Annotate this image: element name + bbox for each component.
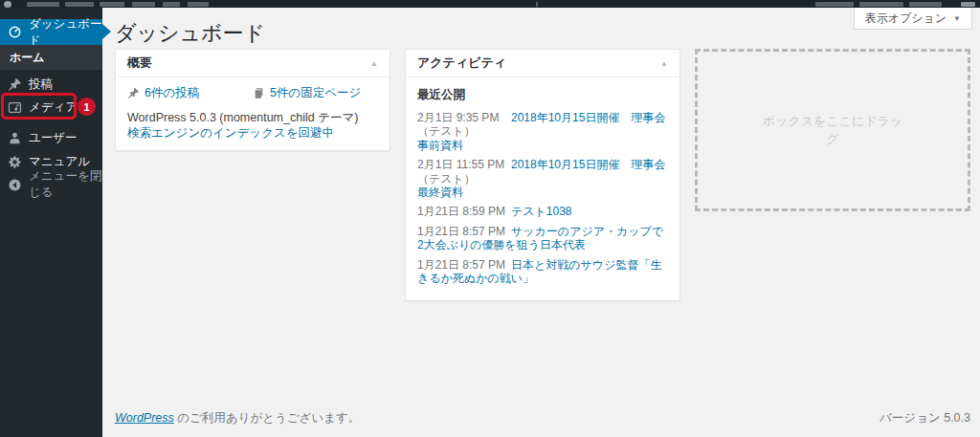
dashboard-icon <box>8 25 22 39</box>
post-date: 2月1日 11:55 PM（テスト） <box>417 158 511 186</box>
sidebar-item-label: メニューを閉じる <box>29 168 102 201</box>
post-date: 1月21日 8:59 PM <box>417 205 511 218</box>
annotation-step-badge: 1 <box>78 98 96 116</box>
sidebar: ダッシュボード ホーム 投稿 メディア ユーザー マニュアル メニューを閉じる <box>0 8 102 437</box>
post-title-link[interactable]: テスト1038 <box>511 205 572 218</box>
admin-bar-fragment <box>536 2 538 7</box>
admin-bar-fragment <box>188 2 209 7</box>
recently-published-label: 最近公開 <box>417 87 668 103</box>
pin-icon <box>127 87 140 99</box>
admin-bar-fragment <box>132 2 155 7</box>
pin-icon <box>8 77 22 92</box>
collapse-menu-icon <box>8 178 22 192</box>
sidebar-item-label: マニュアル <box>29 154 90 170</box>
collapse-toggle-icon[interactable]: ▲ <box>370 59 378 68</box>
sidebar-item-posts[interactable]: 投稿 <box>0 73 102 96</box>
pages-icon <box>253 87 265 99</box>
collapse-toggle-icon[interactable]: ▲ <box>660 59 668 68</box>
sidebar-item-home[interactable]: ホーム <box>0 45 102 70</box>
sidebar-item-users[interactable]: ユーザー <box>0 126 102 149</box>
admin-footer: WordPress のご利用ありがとうございます。 バージョン 5.0.3 <box>115 410 970 426</box>
at-a-glance-widget: 概要 ▲ 6件の投稿 5件の固定ページ WordPress 5.0.3 (mom… <box>115 49 390 151</box>
activity-row: 1月21日 8:57 PM日本と対戦のサウジ監督「生きるか死ぬかの戦い」 <box>417 258 668 286</box>
widget-header[interactable]: 概要 ▲ <box>116 50 390 77</box>
chevron-down-icon: ▼ <box>953 14 961 23</box>
activity-widget: アクティビティ ▲ 最近公開 2月1日 9:35 PM（テスト）2018年10月… <box>405 49 680 301</box>
admin-bar <box>0 0 980 8</box>
admin-bar-fragment <box>815 2 854 7</box>
sidebar-item-label: ユーザー <box>29 130 78 146</box>
search-engine-index-link[interactable]: 検索エンジンのインデックスを回避中 <box>127 126 334 140</box>
post-date: 2月1日 9:35 PM（テスト） <box>417 111 511 139</box>
sidebar-item-label: メディア <box>29 99 78 116</box>
admin-bar-fragment <box>100 2 124 7</box>
screen-options-label: 表示オプション <box>865 11 947 27</box>
widget-title: アクティビティ <box>417 55 506 72</box>
posts-count-link[interactable]: 6件の投稿 <box>145 85 199 101</box>
post-date: 1月21日 8:57 PM <box>417 225 511 238</box>
wordpress-link[interactable]: WordPress <box>115 411 174 425</box>
activity-row: 1月21日 8:57 PMサッカーのアジア・カップで2大会ぶりの優勝を狙う日本代… <box>417 225 668 252</box>
activity-row: 2月1日 11:55 PM（テスト）2018年10月15日開催 理事会 最終資料 <box>417 158 668 199</box>
pages-count-link[interactable]: 5件の固定ページ <box>270 85 361 101</box>
post-date: 1月21日 8:57 PM <box>417 258 511 272</box>
sidebar-item-label: ホーム <box>10 50 45 66</box>
widget-title: 概要 <box>127 55 152 72</box>
admin-bar-fragment <box>909 2 942 7</box>
dashboard-content: 表示オプション ▼ ダッシュボード 概要 ▲ 6件の投稿 5件の固定ページ <box>102 8 980 437</box>
screen-options-button[interactable]: 表示オプション ▼ <box>854 8 972 30</box>
avatar[interactable] <box>961 2 975 7</box>
admin-bar-fragment <box>27 2 59 7</box>
admin-bar-fragment <box>859 2 903 7</box>
active-item-arrow <box>102 24 119 39</box>
sidebar-collapse-button[interactable]: メニューを閉じる <box>0 173 102 196</box>
admin-bar-fragment <box>65 2 94 7</box>
drop-zone-label: ボックスをここにドラッグ <box>761 112 904 149</box>
sidebar-item-label: ダッシュボード <box>29 16 102 49</box>
sidebar-item-dashboard[interactable]: ダッシュボード <box>0 19 102 45</box>
wordpress-version-text: WordPress 5.0.3 (momentum_child テーマ) <box>127 111 378 126</box>
sidebar-item-label: 投稿 <box>29 76 53 93</box>
version-text: バージョン 5.0.3 <box>880 410 970 426</box>
footer-thanks-text: のご利用ありがとうございます。 <box>174 411 361 425</box>
media-icon <box>8 100 22 115</box>
page-title: ダッシュボード <box>115 19 265 48</box>
widget-drop-zone[interactable]: ボックスをここにドラッグ <box>695 49 970 211</box>
admin-bar-fragment <box>163 2 180 7</box>
footer-thanks: WordPress のご利用ありがとうございます。 <box>115 410 360 426</box>
activity-row: 2月1日 9:35 PM（テスト）2018年10月15日開催 理事会 事前資料 <box>417 111 668 152</box>
wordpress-logo-icon[interactable] <box>4 1 11 8</box>
gear-icon <box>8 155 22 169</box>
widget-header[interactable]: アクティビティ ▲ <box>406 50 679 77</box>
user-icon <box>8 131 22 145</box>
activity-row: 1月21日 8:59 PMテスト1038 <box>417 205 668 218</box>
dashboard-widgets: 概要 ▲ 6件の投稿 5件の固定ページ WordPress 5.0.3 (mom… <box>115 49 970 301</box>
